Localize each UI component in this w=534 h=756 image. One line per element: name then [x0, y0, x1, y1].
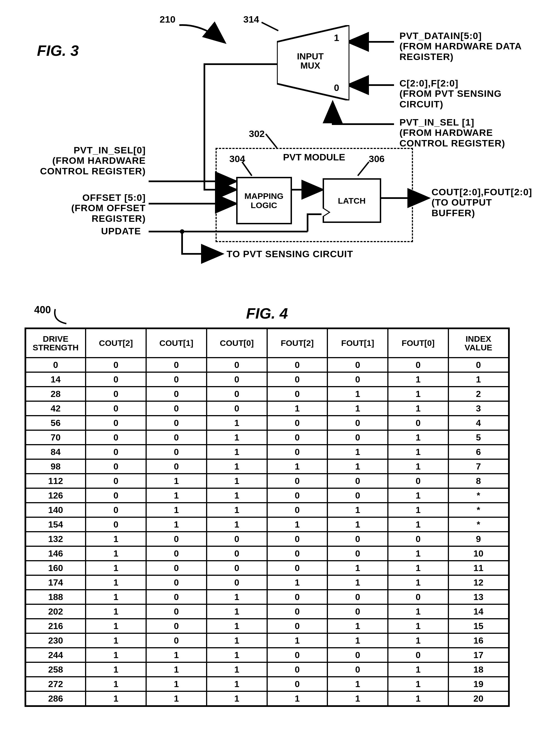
mapping-logic-block: MAPPING LOGIC — [236, 177, 292, 224]
figure-4-title: FIG. 4 — [9, 305, 525, 322]
table-cell: 0 — [207, 401, 267, 416]
figure-3: FIG. 3 — [9, 8, 525, 287]
table-cell: 0 — [267, 648, 328, 662]
table-cell: 1 — [327, 561, 388, 575]
table-cell: 12 — [448, 575, 509, 590]
table-cell: 1 — [388, 459, 448, 474]
table-cell: 1 — [86, 546, 146, 561]
table-cell: 0 — [267, 445, 328, 459]
table-cell: 0 — [327, 372, 388, 387]
table-cell: 1 — [388, 662, 448, 677]
table-cell: 272 — [25, 677, 86, 691]
callout-400: 400 — [34, 304, 51, 316]
table-cell: 0 — [267, 561, 328, 575]
table-cell: 1 — [267, 575, 328, 590]
callout-314: 314 — [243, 14, 259, 25]
table-cell: 0 — [267, 590, 328, 604]
table-cell: 1 — [327, 619, 388, 633]
table-cell: 0 — [146, 619, 207, 633]
table-cell: 1 — [388, 619, 448, 633]
table-cell: 1 — [388, 677, 448, 691]
table-cell: 0 — [86, 503, 146, 517]
table-cell: 14 — [448, 604, 509, 619]
table-cell: 188 — [25, 590, 86, 604]
table-cell: 1 — [207, 416, 267, 430]
table-cell: 0 — [146, 387, 207, 401]
table-cell: 1 — [207, 517, 267, 532]
table-cell: 0 — [207, 358, 267, 372]
mux-label: INPUT MUX — [297, 52, 324, 70]
table-cell: * — [448, 488, 509, 503]
table-cell: 28 — [25, 387, 86, 401]
table-cell: 0 — [327, 488, 388, 503]
table-cell: 0 — [207, 532, 267, 546]
mux-port-0: 0 — [334, 82, 339, 93]
table-cell: 1 — [388, 633, 448, 648]
table-row: 980011117 — [25, 459, 509, 474]
table-cell: 1 — [86, 532, 146, 546]
table-cell: 9 — [448, 532, 509, 546]
table-cell: 1 — [327, 459, 388, 474]
table-cell: 0 — [86, 416, 146, 430]
table-cell: 0 — [388, 648, 448, 662]
table-cell: 1 — [388, 430, 448, 445]
table-cell: 0 — [267, 503, 328, 517]
table-cell: 1 — [267, 691, 328, 706]
table-cell: 0 — [146, 532, 207, 546]
table-cell: 0 — [388, 532, 448, 546]
table-row: 560010004 — [25, 416, 509, 430]
table-cell: 1 — [86, 662, 146, 677]
table-cell: 1 — [388, 517, 448, 532]
callout-302: 302 — [249, 128, 265, 139]
table-row: 420001113 — [25, 401, 509, 416]
table-cell: 202 — [25, 604, 86, 619]
table-cell: 1 — [207, 677, 267, 691]
table-cell: 258 — [25, 662, 86, 677]
table-cell: 1 — [146, 648, 207, 662]
table-cell: 0 — [207, 372, 267, 387]
table-row: 16010001111 — [25, 561, 509, 575]
table-row: 00000000 — [25, 358, 509, 372]
table-cell: 19 — [448, 677, 509, 691]
callout-210: 210 — [160, 14, 176, 25]
table-cell: 1 — [388, 691, 448, 706]
table-cell: 1 — [86, 590, 146, 604]
table-cell: 7 — [448, 459, 509, 474]
table-cell: 4 — [448, 416, 509, 430]
table-cell: 0 — [146, 401, 207, 416]
table-cell: 0 — [327, 358, 388, 372]
table-cell: 0 — [267, 372, 328, 387]
table-cell: 0 — [146, 372, 207, 387]
table-cell: 1 — [327, 677, 388, 691]
table-cell: 140 — [25, 503, 86, 517]
table-row: 18810100013 — [25, 590, 509, 604]
table-cell: 13 — [448, 590, 509, 604]
fig4-table: DRIVESTRENGTHCOUT[2]COUT[1]COUT[0]FOUT[2… — [25, 328, 510, 707]
table-cell: 0 — [267, 474, 328, 488]
table-cell: 0 — [146, 546, 207, 561]
table-cell: 3 — [448, 401, 509, 416]
table-cell: 2 — [448, 387, 509, 401]
table-cell: 0 — [86, 459, 146, 474]
table-cell: 0 — [146, 358, 207, 372]
table-cell: 0 — [86, 474, 146, 488]
table-cell: 0 — [388, 474, 448, 488]
table-row: 154011111* — [25, 517, 509, 532]
table-row: 27211101119 — [25, 677, 509, 691]
table-cell: 1 — [327, 633, 388, 648]
table-cell: 98 — [25, 459, 86, 474]
table-cell: 174 — [25, 575, 86, 590]
figure-3-title: FIG. 3 — [37, 42, 79, 59]
table-cell: 1 — [207, 590, 267, 604]
table-cell: 0 — [146, 561, 207, 575]
table-cell: 0 — [146, 575, 207, 590]
table-cell: 1 — [207, 488, 267, 503]
table-cell: 0 — [207, 561, 267, 575]
table-cell: 1 — [207, 633, 267, 648]
table-cell: 0 — [207, 546, 267, 561]
table-cell: 1 — [207, 604, 267, 619]
table-row: 23010111116 — [25, 633, 509, 648]
table-cell: 0 — [86, 488, 146, 503]
table-cell: 0 — [267, 416, 328, 430]
table-cell: 6 — [448, 445, 509, 459]
